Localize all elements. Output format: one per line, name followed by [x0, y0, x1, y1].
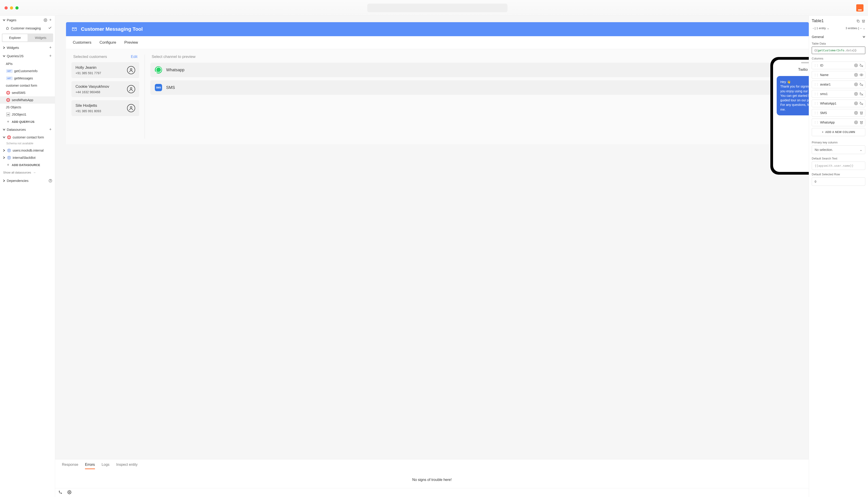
pages-section[interactable]: Pages +: [0, 16, 55, 24]
contact-form-group[interactable]: customer contact form: [0, 82, 55, 89]
gear-icon[interactable]: [854, 102, 858, 105]
drag-handle-icon[interactable]: ⋮⋮: [814, 83, 818, 86]
column-row[interactable]: ⋮⋮WhatsApp1: [812, 100, 865, 107]
apis-group[interactable]: APIs: [0, 60, 55, 67]
queries-section[interactable]: Queries/JS +: [0, 52, 55, 60]
drag-handle-icon[interactable]: ⋮⋮: [814, 121, 818, 124]
phone-preview: Twilio business Hey 👋Thank you for signi…: [770, 57, 809, 175]
column-row[interactable]: ⋮⋮WhatsApp: [812, 118, 865, 126]
tab-customers[interactable]: Customers: [73, 40, 91, 45]
add-datasource-link[interactable]: +ADD DATASOURCE: [0, 161, 55, 169]
copy-icon[interactable]: [856, 19, 860, 23]
column-row[interactable]: ⋮⋮SMS: [812, 109, 865, 117]
gear-icon[interactable]: [854, 111, 858, 115]
datasources-section[interactable]: Datasources +: [0, 125, 55, 134]
drag-handle-icon[interactable]: ⋮⋮: [814, 92, 818, 96]
channel-whatsapp[interactable]: Whatsapp: [150, 63, 803, 77]
table-data-input[interactable]: {{getCustomerInfo.data}}: [812, 47, 865, 54]
svg-point-10: [69, 492, 70, 493]
customer-name: Sile Hodjetts: [75, 103, 125, 108]
gear-icon[interactable]: [44, 18, 47, 22]
query-name: sendSMS: [12, 91, 26, 95]
show-all-datasources[interactable]: Show all datasources→: [0, 169, 55, 176]
gear-icon[interactable]: [854, 92, 858, 96]
sms-icon: SMS: [155, 84, 162, 91]
gear-icon[interactable]: [854, 120, 858, 124]
column-row[interactable]: ⋮⋮sms1: [812, 90, 865, 98]
drag-handle-icon[interactable]: ⋮⋮: [814, 64, 818, 67]
channel-sms[interactable]: SMS SMS: [150, 80, 803, 95]
drag-handle-icon[interactable]: ⋮⋮: [814, 111, 818, 114]
datasource-item[interactable]: users:mockdb.internal: [0, 147, 55, 154]
drag-handle-icon[interactable]: ⋮⋮: [814, 73, 818, 76]
tab-logs[interactable]: Logs: [102, 463, 109, 469]
pk-label: Primary key column: [812, 139, 865, 145]
app-header: Customer Messaging Tool: [66, 22, 809, 36]
datasource-item[interactable]: internalSlackBot: [0, 154, 55, 161]
dependencies-section[interactable]: Dependencies: [0, 176, 55, 185]
query-item[interactable]: GETgetMessages: [0, 75, 55, 82]
settings-icon[interactable]: [68, 490, 71, 495]
incoming-entities[interactable]: →] 1 entity ⌄: [812, 27, 829, 30]
eyeoff-icon[interactable]: [859, 83, 863, 86]
explorer-widgets-toggle[interactable]: Explorer Widgets: [2, 33, 53, 42]
add-column-button[interactable]: + ADD A NEW COLUMN: [812, 128, 865, 136]
page-item[interactable]: Customer messaging: [0, 24, 55, 32]
drag-handle-icon[interactable]: ⋮⋮: [814, 102, 818, 105]
add-widget-button[interactable]: +: [48, 46, 52, 49]
js-objects-group[interactable]: JS Objects: [0, 104, 55, 111]
git-icon[interactable]: [58, 490, 62, 495]
tab-inspect[interactable]: Inspect entity: [116, 463, 137, 469]
add-query-button[interactable]: +: [48, 54, 52, 58]
trash-icon[interactable]: [859, 111, 863, 115]
outgoing-entities[interactable]: 3 entities [→ ⌄: [845, 27, 865, 30]
eye-icon[interactable]: [859, 73, 863, 77]
jsobject-item[interactable]: JSJSObject1: [0, 111, 55, 118]
help-icon[interactable]: [48, 179, 52, 183]
tab-widgets[interactable]: Widgets: [28, 33, 53, 42]
add-page-button[interactable]: +: [48, 18, 52, 22]
query-item-active[interactable]: sendWhatsApp: [0, 96, 55, 104]
tab-explorer[interactable]: Explorer: [2, 34, 28, 41]
window-controls[interactable]: [4, 6, 18, 10]
page-name: Customer messaging: [11, 27, 41, 30]
eyeoff-icon[interactable]: [859, 92, 863, 96]
customer-card[interactable]: Holly Jeanin+91 385 591 7797: [71, 62, 139, 78]
trash-icon[interactable]: [862, 19, 865, 23]
column-name: SMS: [820, 111, 827, 115]
svg-point-20: [856, 103, 856, 104]
trash-icon[interactable]: [859, 120, 863, 124]
column-name: WhatsApp1: [820, 102, 836, 105]
eyeoff-icon[interactable]: [859, 102, 863, 105]
gear-icon[interactable]: [854, 73, 858, 77]
eyeoff-icon[interactable]: [859, 63, 863, 67]
svg-point-16: [856, 84, 856, 85]
pk-select[interactable]: No selection.⌄: [812, 145, 865, 154]
customer-card[interactable]: Sile Hodjetts+91 385 991 8093: [71, 100, 139, 116]
method-badge: GET: [6, 69, 12, 73]
app-tabs[interactable]: Customers Configure Preview: [66, 36, 809, 49]
column-row[interactable]: ⋮⋮ID: [812, 61, 865, 69]
add-query-link[interactable]: +ADD QUERY/JS: [0, 118, 55, 125]
gear-icon[interactable]: [854, 63, 858, 67]
tab-response[interactable]: Response: [62, 463, 78, 469]
column-row[interactable]: ⋮⋮avatar1: [812, 81, 865, 88]
default-row-input[interactable]: 0: [812, 178, 865, 186]
check-icon: [48, 26, 52, 30]
edit-link[interactable]: Edit: [131, 55, 137, 59]
datasource-item[interactable]: customer contact form: [0, 134, 55, 141]
add-datasource-button[interactable]: +: [48, 128, 52, 131]
console-tabs[interactable]: Response Errors Logs Inspect entity: [55, 459, 809, 471]
tab-configure[interactable]: Configure: [100, 40, 116, 45]
default-search-input[interactable]: {{appsmith.user.name}}: [812, 161, 865, 170]
tab-errors[interactable]: Errors: [85, 463, 95, 469]
general-section[interactable]: General: [812, 33, 865, 41]
column-row[interactable]: ⋮⋮Name: [812, 71, 865, 79]
gear-icon[interactable]: [854, 83, 858, 86]
query-item[interactable]: sendSMS: [0, 89, 55, 96]
tab-preview[interactable]: Preview: [124, 40, 138, 45]
widgets-section[interactable]: Widgets +: [0, 43, 55, 52]
query-item[interactable]: GETgetCustomerInfo: [0, 67, 55, 75]
omnibar[interactable]: [367, 4, 507, 12]
customer-card[interactable]: Cookie Vasyukhnov+44 1632 960468: [71, 81, 139, 97]
